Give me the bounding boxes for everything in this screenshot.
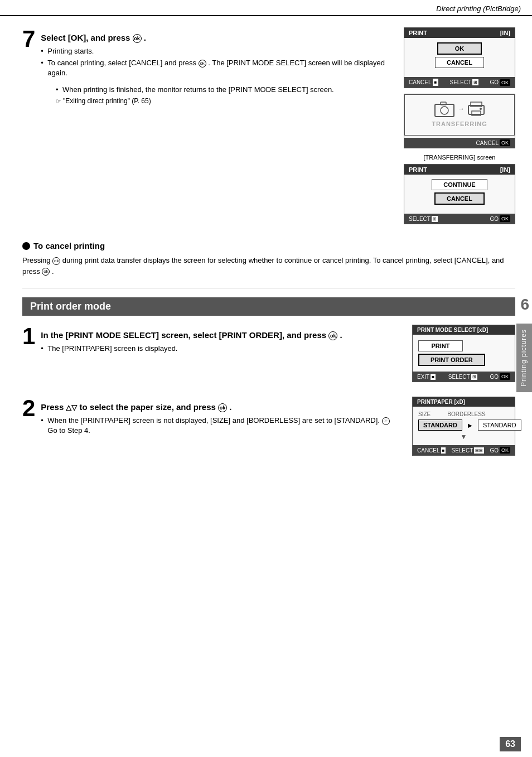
go-ok-badge-3: OK	[500, 215, 510, 222]
transferring-label: TRANSFERRING	[410, 120, 509, 127]
pms-screen: PRINT MODE SELECT [xD] PRINT PRINT ORDER…	[412, 325, 515, 382]
page-header: Direct printing (PictBridge)	[0, 0, 532, 16]
ref-circle-icon: ☞	[382, 417, 390, 425]
transfer-ok-badge: OK	[500, 139, 510, 146]
ok-button-screen: OK	[437, 42, 482, 55]
pp-cancel-sq-icon: ■	[441, 447, 446, 454]
svg-point-6	[480, 108, 482, 110]
step-7-bullet-2: To cancel printing, select [CANCEL] and …	[41, 58, 393, 78]
print-screen-3-footer: SELECT ⊞ GO OK	[404, 214, 515, 224]
ok-circle-cancel2-icon: ok	[42, 268, 50, 276]
ok-circle-icon: ok	[133, 34, 142, 43]
ok-circle-cancel-icon: ok	[52, 257, 60, 265]
transferring-caption: [TRANSFERRING] screen	[404, 154, 515, 161]
step-2-bullet-1: When the [PRINTPAPER] screen is not disp…	[41, 416, 401, 436]
step-7-extra-bullets: When printing is finished, the monitor r…	[56, 85, 393, 95]
transferring-footer: CANCEL OK	[404, 138, 515, 148]
footer-go-3: GO OK	[490, 215, 510, 222]
step-7-bullet-1: Printing starts.	[41, 46, 393, 56]
pms-header: PRINT MODE SELECT [xD]	[413, 325, 515, 335]
transferring-screen: → TRANSFERRING	[404, 94, 515, 148]
print-order-btn-pms: PRINT ORDER	[418, 354, 485, 366]
footer-cancel: CANCEL ■	[409, 79, 438, 86]
pp-down-arrow-icon: ▼	[418, 433, 509, 441]
step-1-number: 1	[22, 325, 35, 348]
print-order-step-2: 2 Press △▽ to select the paper size, and…	[22, 397, 515, 456]
page-number: 63	[500, 737, 521, 751]
bullet-circle-icon	[22, 242, 30, 250]
cancel-body: Pressing ok during print data transfer d…	[22, 255, 515, 277]
step-2-screens: PRINTPAPER [xD] SIZE BORDERLESS STANDARD…	[412, 397, 515, 456]
camera-svg-icon	[434, 100, 455, 117]
cancel-button-screen: CANCEL	[435, 57, 484, 68]
pp-header: PRINTPAPER [xD]	[413, 397, 515, 407]
go-ok-badge: OK	[500, 79, 510, 86]
step-2-title: Press △▽ to select the paper size, and p…	[41, 402, 401, 412]
cancel-section: To cancel printing Pressing ok during pr…	[22, 241, 515, 277]
cancel-sq-icon: ■	[433, 79, 439, 86]
pp-val-borderless-standard: STANDARD	[478, 420, 521, 431]
section-divider	[22, 288, 515, 288]
pms-ok-badge: OK	[500, 373, 510, 380]
step-1-screens: PRINT MODE SELECT [xD] PRINT PRINT ORDER…	[412, 325, 515, 385]
svg-rect-2	[441, 102, 446, 105]
footer-select: SELECT ⊞	[449, 79, 478, 85]
ref-book-icon: ☞	[56, 98, 61, 105]
step-2-bullets: When the [PRINTPAPER] screen is not disp…	[41, 416, 401, 436]
pp-body: SIZE BORDERLESS STANDARD ▶ STANDARD ▼	[413, 407, 515, 445]
print-screen-1: PRINT [IN] OK CANCEL CANCEL ■ SELECT ⊞	[404, 27, 515, 88]
pp-label-borderless: BORDERLESS	[447, 411, 485, 417]
pp-label-size: SIZE	[418, 411, 431, 417]
printpaper-screen: PRINTPAPER [xD] SIZE BORDERLESS STANDARD…	[412, 397, 515, 456]
transfer-footer-cancel: CANCEL OK	[476, 139, 510, 146]
pp-go: GO OK	[490, 447, 510, 454]
pp-right-arrow-icon: ▶	[468, 422, 472, 428]
pp-select: SELECT ⊞⊟	[451, 447, 484, 454]
transferring-screen-wrapper: → TRANSFERRING	[404, 94, 515, 164]
arrows-icon: △▽	[66, 403, 77, 412]
step-2-number: 2	[22, 397, 35, 420]
step-1-bullet-1: The [PRINTPAPER] screen is displayed.	[41, 344, 342, 354]
pp-footer: CANCEL ■ SELECT ⊞⊟ GO OK	[413, 445, 515, 455]
step-7-section: 7 Select [OK], and press ok . Printing s…	[22, 27, 515, 230]
continue-button-screen: CONTINUE	[432, 179, 487, 190]
pp-values: STANDARD ▶ STANDARD	[418, 420, 509, 431]
transfer-body: → TRANSFERRING	[404, 94, 515, 136]
header-title: Direct printing (PictBridge)	[436, 4, 521, 13]
step-2-left: 2 Press △▽ to select the paper size, and…	[22, 397, 401, 456]
step-7-number: 7	[22, 27, 35, 51]
pp-ok-badge: OK	[500, 447, 510, 454]
cancel-button-screen-3: CANCEL	[434, 192, 485, 205]
print-screen-1-header: PRINT [IN]	[404, 28, 515, 38]
step-1-left: 1 In the [PRINT MODE SELECT] screen, sel…	[22, 325, 401, 385]
footer-select-3: SELECT ⊞	[409, 216, 438, 222]
exit-sq-icon: ■	[431, 374, 436, 380]
pms-select: SELECT ⊞	[448, 373, 477, 380]
transfer-icons: →	[410, 100, 509, 117]
transfer-arrow-icon: →	[458, 105, 465, 113]
step-7-ref: ☞ "Exiting direct printing" (P. 65)	[56, 97, 393, 105]
step-1-bullets: The [PRINTPAPER] screen is displayed.	[41, 344, 342, 354]
pp-labels: SIZE BORDERLESS	[418, 411, 509, 417]
printer-svg-icon	[467, 101, 485, 117]
print-screen-1-body: OK CANCEL	[404, 38, 515, 77]
step-7-left: 7 Select [OK], and press ok . Printing s…	[22, 27, 393, 230]
footer-go: GO OK	[490, 79, 510, 86]
ok-circle-s2-icon: ok	[218, 403, 227, 412]
step-1-title: In the [PRINT MODE SELECT] screen, selec…	[41, 330, 342, 340]
select-sq-3-icon: ⊞	[432, 216, 438, 222]
pp-val-standard: STANDARD	[418, 420, 462, 431]
pp-select-sq-icon: ⊞⊟	[474, 447, 484, 454]
print-screen-3: PRINT [IN] CONTINUE CANCEL SELECT ⊞ GO O…	[404, 164, 515, 224]
step-7-screens: PRINT [IN] OK CANCEL CANCEL ■ SELECT ⊞	[404, 27, 515, 230]
ok-circle-s1-icon: ok	[328, 331, 337, 340]
pp-cancel: CANCEL ■	[417, 447, 446, 454]
pms-body: PRINT PRINT ORDER	[413, 335, 515, 372]
print-screen-3-body: CONTINUE CANCEL	[404, 175, 515, 214]
pms-footer: EXIT ■ SELECT ⊞ GO OK	[413, 372, 515, 382]
pms-go: GO OK	[490, 373, 510, 380]
pms-exit: EXIT ■	[417, 373, 436, 380]
step-7-bullets: Printing starts. To cancel printing, sel…	[41, 46, 393, 79]
print-screen-3-header: PRINT [IN]	[404, 165, 515, 175]
step-7-title: Select [OK], and press ok .	[41, 33, 393, 43]
